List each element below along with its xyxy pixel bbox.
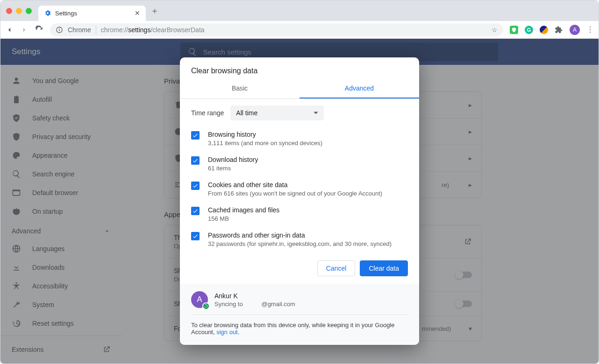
checkbox-title: Cached images and files: [208, 206, 279, 214]
omnibox-separator: [96, 26, 96, 34]
checkbox-subtitle: 156 MB: [208, 215, 279, 222]
checkbox-title: Browsing history: [208, 131, 322, 138]
time-range-row: Time range All time: [191, 105, 408, 120]
time-range-select[interactable]: All time: [230, 105, 324, 120]
toolbar-right: G A ⋮: [510, 25, 594, 35]
tab-basic[interactable]: Basic: [180, 79, 300, 98]
checkbox-subtitle: From 616 sites (you won't be signed out …: [208, 190, 382, 197]
clear-browsing-data-dialog: Clear browsing data Basic Advanced Time …: [180, 57, 419, 345]
account-email: Syncing to @gmail.com: [214, 301, 295, 308]
browser-toolbar: Chrome chrome://settings/clearBrowserDat…: [0, 21, 599, 39]
sync-badge-icon: [202, 302, 210, 310]
browser-menu-button[interactable]: ⋮: [586, 25, 594, 34]
window-tab-strip: Settings ✕ ＋: [0, 0, 599, 21]
reload-button[interactable]: [35, 26, 43, 34]
close-window-button[interactable]: [6, 8, 12, 14]
checkbox-subtitle: 3,111 items (and more on synced devices): [208, 140, 322, 147]
extension-grammarly-icon[interactable]: G: [525, 26, 533, 34]
checkbox-title: Passwords and other sign-in data: [208, 231, 392, 239]
dialog-title: Clear browsing data: [180, 57, 419, 79]
checkbox-row-passwords[interactable]: Passwords and other sign-in data 32 pass…: [191, 227, 408, 252]
checkbox-checked[interactable]: [191, 207, 200, 215]
dialog-body: Time range All time Browsing history 3,1…: [180, 99, 419, 253]
site-info-icon[interactable]: [56, 26, 63, 34]
extension-shield-icon[interactable]: [510, 26, 518, 34]
checkbox-subtitle: 32 passwords (for spinehr.in, igeeksblog…: [208, 240, 392, 247]
browser-tab-settings[interactable]: Settings ✕: [38, 6, 146, 21]
extensions-puzzle-icon[interactable]: [555, 26, 563, 34]
time-range-label: Time range: [191, 109, 224, 117]
checkbox-title: Download history: [208, 156, 258, 163]
checkbox-row-cached[interactable]: Cached images and files 156 MB: [191, 202, 408, 227]
gear-icon: [44, 9, 51, 17]
extension-circle-icon[interactable]: [540, 26, 548, 34]
sign-out-link[interactable]: sign out: [216, 329, 238, 336]
checkbox-row-download-history[interactable]: Download history 61 items: [191, 151, 408, 176]
checkbox-row-browsing-history[interactable]: Browsing history 3,111 items (and more o…: [191, 126, 408, 151]
checkbox-checked[interactable]: [191, 232, 200, 240]
checkbox-row-cookies[interactable]: Cookies and other site data From 616 sit…: [191, 176, 408, 202]
account-avatar: A: [191, 291, 208, 308]
new-tab-button[interactable]: ＋: [150, 5, 159, 16]
close-tab-button[interactable]: ✕: [135, 9, 140, 17]
profile-avatar-button[interactable]: A: [570, 25, 580, 35]
back-button[interactable]: [5, 26, 14, 34]
cancel-button[interactable]: Cancel: [317, 260, 356, 276]
account-info-text: To clear browsing data from this device …: [191, 322, 408, 336]
omnibox-origin: Chrome: [68, 26, 91, 34]
checkbox-checked[interactable]: [191, 156, 200, 165]
account-name: Ankur K: [214, 292, 295, 300]
fullscreen-window-button[interactable]: [26, 8, 32, 14]
forward-button[interactable]: [20, 26, 29, 34]
clear-data-button[interactable]: Clear data: [360, 260, 408, 276]
omnibox-url: chrome://settings/clearBrowserData: [101, 26, 205, 34]
checkbox-title: Cookies and other site data: [208, 181, 382, 189]
checkbox-checked[interactable]: [191, 131, 200, 140]
svg-rect-2: [59, 28, 59, 28]
dialog-actions: Cancel Clear data: [180, 253, 419, 284]
minimize-window-button[interactable]: [16, 8, 22, 14]
dialog-account-section: A Ankur K Syncing to @gmail.com To clear…: [180, 284, 419, 345]
bookmark-star-icon[interactable]: ☆: [492, 26, 498, 34]
tab-title: Settings: [55, 10, 77, 17]
dialog-tabs: Basic Advanced: [180, 79, 419, 99]
checkbox-checked[interactable]: [191, 182, 200, 190]
tab-advanced[interactable]: Advanced: [300, 79, 419, 98]
omnibox[interactable]: Chrome chrome://settings/clearBrowserDat…: [50, 23, 503, 36]
traffic-lights: [6, 8, 32, 14]
svg-rect-1: [59, 29, 59, 31]
checkbox-subtitle: 61 items: [208, 165, 258, 172]
